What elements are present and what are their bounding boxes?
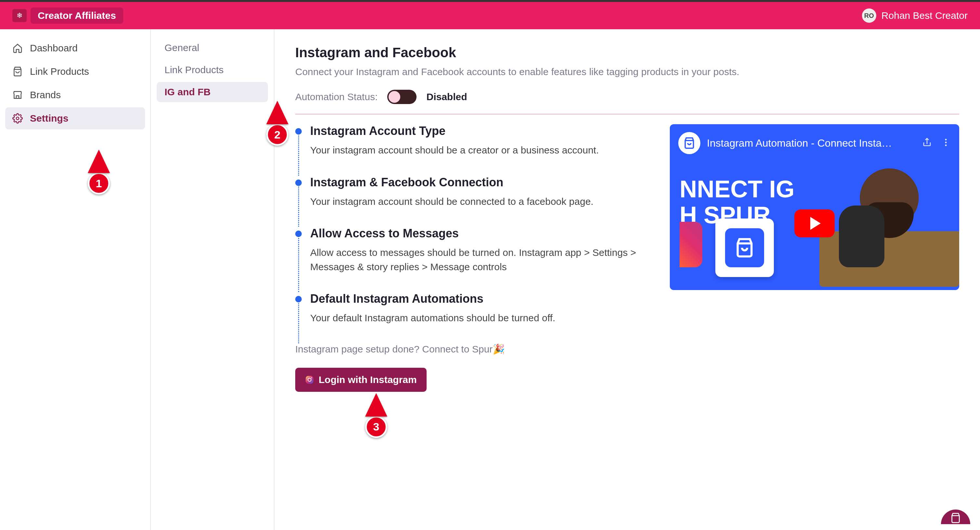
sidebar-item-label: Link Products <box>30 66 89 77</box>
video-title: Instagram Automation - Connect Insta… <box>707 137 916 149</box>
step-title: Instagram & Facebook Connection <box>310 175 654 189</box>
sidebar-item-settings[interactable]: Settings <box>5 107 145 129</box>
step-bullet-icon <box>295 231 302 237</box>
page-subtitle: Connect your Instagram and Facebook acco… <box>295 66 959 77</box>
svg-point-5 <box>945 142 947 143</box>
store-icon <box>12 89 24 101</box>
brand-badge[interactable]: Creator Affiliates <box>30 8 123 24</box>
play-button[interactable] <box>794 209 835 237</box>
annotation-marker-1: 1 <box>88 150 110 194</box>
step-title: Instagram Account Type <box>310 124 654 138</box>
step-bullet-icon <box>295 180 302 186</box>
setup-done-prompt: Instagram page setup done? Connect to Sp… <box>295 343 654 355</box>
user-menu[interactable]: RO Rohan Best Creator <box>862 8 968 23</box>
step-desc: Allow access to messages should be turne… <box>310 245 654 274</box>
svg-point-0 <box>16 117 19 119</box>
top-bar: ❄ Creator Affiliates RO Rohan Best Creat… <box>0 2 980 29</box>
divider <box>295 114 959 115</box>
snowflake-icon: ❄ <box>17 11 22 20</box>
sidebar-item-link-products[interactable]: Link Products <box>5 60 145 83</box>
content-pane: Instagram and Facebook Connect your Inst… <box>274 29 980 530</box>
sidebar-item-label: Dashboard <box>30 43 78 54</box>
svg-point-6 <box>945 144 947 146</box>
automation-status-label: Automation Status: <box>295 91 377 102</box>
bag-icon <box>12 66 24 77</box>
toggle-knob <box>388 91 400 103</box>
share-icon[interactable] <box>922 137 932 149</box>
sidebar-item-label: Brands <box>30 89 61 100</box>
primary-sidebar: Dashboard Link Products Brands Settings … <box>0 29 151 530</box>
step-row: Default Instagram Automations Your defau… <box>295 292 654 325</box>
user-name-label: Rohan Best Creator <box>881 10 968 21</box>
step-bullet-icon <box>295 296 302 302</box>
login-button-label: Login with Instagram <box>319 374 417 385</box>
step-bullet-icon <box>295 128 302 135</box>
svg-point-3 <box>311 377 312 378</box>
secondary-sidebar: General Link Products IG and FB 2 <box>151 29 274 530</box>
microphone-icon <box>839 205 885 267</box>
play-icon <box>810 217 821 230</box>
tutorial-video-card[interactable]: Instagram Automation - Connect Insta… <box>670 124 959 290</box>
sidebar-item-brands[interactable]: Brands <box>5 84 145 106</box>
automation-status-value: Disabled <box>426 91 467 102</box>
sidebar-item-dashboard[interactable]: Dashboard <box>5 37 145 59</box>
step-desc: Your default Instagram automations shoul… <box>310 311 654 325</box>
step-row: Instagram Account Type Your instagram ac… <box>295 124 654 158</box>
home-icon <box>12 42 24 54</box>
step-row: Allow Access to Messages Allow access to… <box>295 227 654 274</box>
brand-icon[interactable]: ❄ <box>12 9 27 22</box>
step-desc: Your instagram account should be connect… <box>310 194 654 209</box>
sub-item-link-products[interactable]: Link Products <box>157 60 268 80</box>
automation-toggle[interactable] <box>387 90 417 104</box>
step-desc: Your instagram account should be a creat… <box>310 143 654 158</box>
step-title: Allow Access to Messages <box>310 227 654 240</box>
step-row: Instagram & Facebook Connection Your ins… <box>295 175 654 209</box>
more-vert-icon[interactable] <box>941 137 951 149</box>
instagram-icon <box>305 375 314 384</box>
gear-icon <box>12 113 24 124</box>
login-with-instagram-button[interactable]: Login with Instagram <box>295 368 426 392</box>
instagram-gradient-icon <box>679 222 702 267</box>
bag-card <box>715 218 774 277</box>
video-channel-avatar <box>678 132 700 154</box>
annotation-marker-3: 3 <box>365 393 387 438</box>
page-title: Instagram and Facebook <box>295 45 959 60</box>
svg-rect-1 <box>305 376 313 384</box>
sidebar-item-label: Settings <box>30 113 68 124</box>
sub-item-ig-fb[interactable]: IG and FB <box>157 82 268 102</box>
sub-item-general[interactable]: General <box>157 38 268 58</box>
step-title: Default Instagram Automations <box>310 292 654 306</box>
avatar: RO <box>862 8 876 23</box>
svg-point-4 <box>945 139 947 140</box>
